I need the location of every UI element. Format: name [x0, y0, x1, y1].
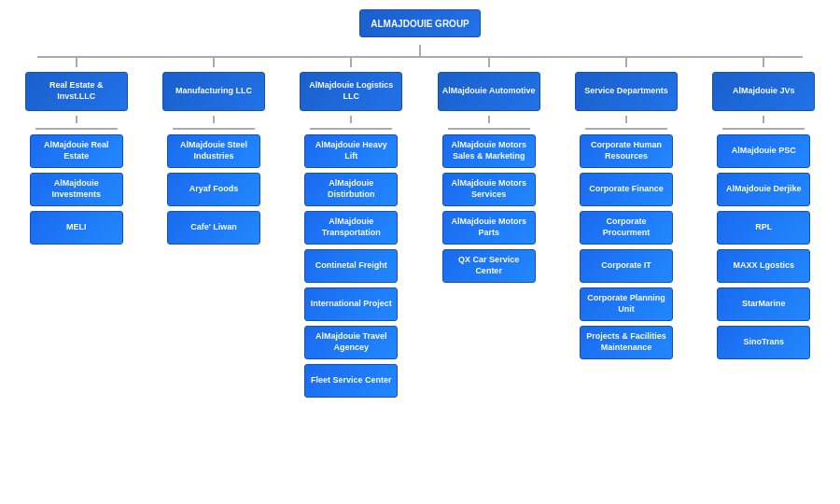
box-mfg-child3: Cafe' Liwan: [167, 211, 260, 245]
box-log-child5: International Project: [304, 287, 398, 321]
root-vline: [419, 45, 421, 56]
box-jv-child5: StarMarine: [717, 287, 810, 321]
horiz-line: [37, 56, 803, 58]
col-manufacturing: Manufacturing LLC AlMajdouie Steel Indus…: [162, 58, 265, 245]
children1: AlMajdouie Real Estate AlMajdouie Invest…: [25, 134, 128, 245]
box-jv-child3: RPL: [717, 211, 810, 245]
box-log-child6: AlMajdouie Travel Agencey: [304, 326, 398, 359]
vline3: [350, 58, 352, 67]
hline5: [585, 128, 667, 130]
box-log-child1: AlMajdouie Heavy Lift: [304, 134, 398, 168]
root-connector: [9, 45, 831, 56]
box-mfg-child2: Aryaf Foods: [167, 173, 260, 206]
box-svc-child6: Projects & Facilities Maintenance: [580, 326, 673, 359]
vline4: [488, 58, 490, 67]
vline5: [625, 58, 627, 67]
box-jvs: AlMajdouie JVs: [712, 72, 815, 111]
box-real-estate-child3: MELI: [30, 211, 123, 245]
col-automotive: AlMajdouie Automotive AlMajdouie Motors …: [438, 58, 540, 283]
col-logistics: AlMajdouie Logistics LLC AlMajdouie Heav…: [300, 58, 402, 398]
vline2b: [213, 116, 215, 123]
box-jv-child1: AlMajdouie PSC: [717, 134, 810, 168]
box-log-child7: Fleet Service Center: [304, 364, 398, 398]
col-service: Service Departments Corporate Human Reso…: [575, 58, 678, 359]
box-auto-child2: AlMajdouie Motors Services: [442, 173, 536, 206]
vline6: [763, 58, 764, 67]
box-service: Service Departments: [575, 72, 678, 111]
org-wrap: ALMAJDOUIE GROUP Real Estate & Invst.LLC…: [9, 9, 831, 398]
root-row: ALMAJDOUIE GROUP: [9, 9, 831, 37]
box-jv-child4: MAXX Lgostics: [717, 249, 810, 283]
vline5b: [625, 116, 627, 123]
children4: AlMajdouie Motors Sales & Marketing AlMa…: [438, 134, 540, 283]
vline4b: [488, 116, 490, 123]
hline6: [722, 128, 805, 130]
vline2: [213, 58, 215, 67]
org-chart: ALMAJDOUIE GROUP Real Estate & Invst.LLC…: [0, 0, 840, 504]
root-box: ALMAJDOUIE GROUP: [359, 9, 481, 37]
box-svc-child4: Corporate IT: [580, 249, 673, 283]
vline1: [76, 58, 77, 67]
box-jv-child6: SinoTrans: [717, 326, 810, 359]
box-auto-child3: AlMajdouie Motors Parts: [442, 211, 536, 245]
box-jv-child2: AlMajdouie Derjike: [717, 173, 810, 206]
box-log-child2: AlMajdouie Distirbution: [304, 173, 398, 206]
col-jvs: AlMajdouie JVs AlMajdouie PSC AlMajdouie…: [712, 58, 815, 359]
vline3b: [350, 116, 352, 123]
box-log-child4: Continetal Freight: [304, 249, 398, 283]
box-auto-child1: AlMajdouie Motors Sales & Marketing: [442, 134, 536, 168]
hline3: [310, 128, 392, 130]
box-log-child3: AlMajdouie Transportation: [304, 211, 398, 245]
box-svc-child5: Corporate Planning Unit: [580, 287, 673, 321]
hline2: [173, 128, 255, 130]
box-automotive: AlMajdouie Automotive: [438, 72, 540, 111]
children5: Corporate Human Resources Corporate Fina…: [575, 134, 678, 359]
box-logistics: AlMajdouie Logistics LLC: [300, 72, 402, 111]
level1-row: Real Estate & Invst.LLC AlMajdouie Real …: [9, 58, 831, 398]
box-real-estate-child1: AlMajdouie Real Estate: [30, 134, 123, 168]
vline6b: [763, 116, 764, 123]
col-real-estate: Real Estate & Invst.LLC AlMajdouie Real …: [25, 58, 128, 245]
box-mfg-child1: AlMajdouie Steel Industries: [167, 134, 260, 168]
hline4: [448, 128, 530, 130]
children6: AlMajdouie PSC AlMajdouie Derjike RPL MA…: [712, 134, 815, 359]
vline1b: [76, 116, 77, 123]
children3: AlMajdouie Heavy Lift AlMajdouie Distirb…: [300, 134, 402, 398]
box-svc-child1: Corporate Human Resources: [580, 134, 673, 168]
box-real-estate: Real Estate & Invst.LLC: [25, 72, 128, 111]
box-manufacturing: Manufacturing LLC: [162, 72, 265, 111]
hline1: [35, 128, 118, 130]
box-real-estate-child2: AlMajdouie Investments: [30, 173, 123, 206]
children2: AlMajdouie Steel Industries Aryaf Foods …: [162, 134, 265, 245]
box-svc-child2: Corporate Finance: [580, 173, 673, 206]
box-auto-child4: QX Car Service Center: [442, 249, 536, 283]
box-svc-child3: Corporate Procurment: [580, 211, 673, 245]
